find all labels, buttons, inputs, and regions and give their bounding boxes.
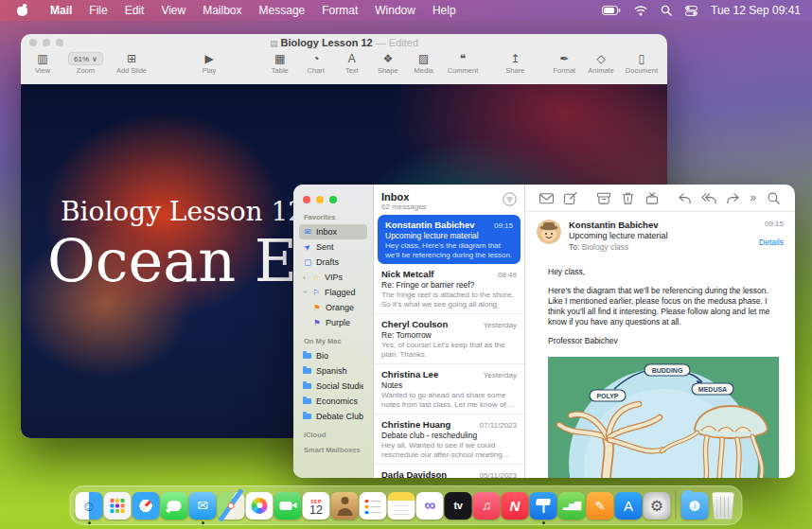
zoom-control[interactable]: 61%∨Zoom bbox=[68, 52, 103, 75]
dock-freeform-icon[interactable] bbox=[416, 492, 444, 520]
dock-reminders-icon[interactable] bbox=[360, 492, 387, 520]
menu-edit[interactable]: Edit bbox=[116, 4, 153, 17]
menu-file[interactable]: File bbox=[80, 4, 115, 17]
format-button[interactable]: ✒Format bbox=[552, 52, 576, 75]
sidebar-item-orange-flag[interactable]: ⚑Orange bbox=[299, 300, 367, 315]
archive-icon[interactable] bbox=[591, 188, 615, 207]
message-list-item[interactable]: Christine Huang07/11/2023 Debate club - … bbox=[374, 414, 524, 464]
message-list-item[interactable]: Cheryl CoulsonYesterday Re: Tomorrow Yes… bbox=[374, 313, 524, 363]
dock-keynote-icon[interactable] bbox=[530, 492, 557, 520]
chart-button[interactable]: ◔Chart bbox=[304, 52, 328, 75]
sidebar-item-sent[interactable]: ➤Sent bbox=[299, 239, 367, 255]
chevron-right-icon[interactable]: › bbox=[303, 273, 308, 282]
add-slide-button[interactable]: ⊞Add Slide bbox=[116, 52, 147, 75]
menu-clock[interactable]: Tue 12 Sep 09:41 bbox=[711, 4, 801, 17]
play-button[interactable]: ▶Play bbox=[197, 52, 221, 75]
menu-help[interactable]: Help bbox=[424, 4, 465, 17]
sidebar-folder-debate-club[interactable]: Debate Club bbox=[299, 409, 367, 424]
keynote-titlebar[interactable]: ▤Biology Lesson 12 — Edited bbox=[21, 34, 667, 50]
dock-finder-icon[interactable] bbox=[76, 492, 103, 520]
sidebar-folder-spanish[interactable]: Spanish bbox=[299, 363, 367, 379]
filter-icon[interactable] bbox=[503, 192, 517, 210]
reply-all-icon[interactable] bbox=[697, 188, 720, 207]
get-mail-icon[interactable] bbox=[535, 188, 558, 207]
sidebar-item-vips[interactable]: ›☆VIPs bbox=[299, 270, 367, 285]
search-icon[interactable] bbox=[762, 188, 786, 207]
message-sender: Christina Lee bbox=[381, 369, 478, 379]
mail-traffic-lights[interactable] bbox=[303, 196, 367, 203]
sidebar-folder-bio[interactable]: Bio bbox=[299, 348, 367, 363]
favorites-section-label: Favorites bbox=[304, 213, 367, 221]
message-time: Yesterday bbox=[484, 371, 517, 379]
dock-photos-icon[interactable] bbox=[246, 492, 274, 520]
media-button[interactable]: ▨Media bbox=[412, 52, 436, 75]
message-list-item[interactable]: Nick Metcalf08:49 Re: Fringe or barrier … bbox=[374, 264, 524, 313]
smart-mailboxes-section-label[interactable]: Smart Mailboxes bbox=[304, 446, 367, 454]
dock-facetime-icon[interactable] bbox=[274, 492, 302, 520]
menu-format[interactable]: Format bbox=[313, 4, 366, 17]
dock-news-icon[interactable] bbox=[502, 492, 529, 520]
inbox-icon: ✉ bbox=[303, 228, 312, 236]
shape-button[interactable]: ❖Shape bbox=[376, 52, 400, 75]
sidebar-item-purple-flag[interactable]: ⚑Purple bbox=[299, 315, 367, 330]
view-button[interactable]: ▥View bbox=[30, 52, 55, 75]
sidebar-item-inbox[interactable]: ✉Inbox bbox=[299, 224, 367, 239]
sidebar-item-flagged[interactable]: ›⚐Flagged bbox=[299, 285, 367, 300]
battery-icon[interactable] bbox=[602, 6, 621, 15]
menu-mailbox[interactable]: Mailbox bbox=[194, 4, 250, 17]
icloud-section-label[interactable]: iCloud bbox=[304, 431, 367, 439]
dock-settings-icon[interactable] bbox=[644, 492, 671, 520]
dock-tv-icon[interactable] bbox=[445, 492, 472, 520]
message-list-item[interactable]: Christina LeeYesterday Notes Wanted to g… bbox=[374, 363, 524, 414]
trash-icon[interactable] bbox=[616, 188, 640, 207]
message-reading-pane: » Konstantin Babichev Upcoming lecture m… bbox=[525, 185, 795, 478]
dock-maps-icon[interactable] bbox=[218, 492, 245, 520]
dock-pages-icon[interactable] bbox=[587, 492, 614, 520]
more-actions-icon[interactable]: » bbox=[745, 191, 762, 204]
sidebar-folder-economics[interactable]: Economics bbox=[299, 394, 367, 409]
dock-notes-icon[interactable] bbox=[388, 492, 415, 520]
message-time: 07/11/2023 bbox=[480, 421, 517, 430]
drafts-icon: ▢ bbox=[303, 258, 312, 266]
dock-downloads-icon[interactable] bbox=[681, 492, 709, 520]
dock-contacts-icon[interactable] bbox=[331, 492, 359, 520]
spotlight-icon[interactable] bbox=[661, 5, 672, 16]
wifi-icon[interactable] bbox=[634, 6, 647, 16]
compose-icon[interactable] bbox=[558, 188, 582, 207]
dock-trash-icon[interactable] bbox=[710, 492, 737, 520]
recipient-line: To: Biology class bbox=[569, 242, 751, 252]
chevron-down-icon[interactable]: › bbox=[301, 291, 309, 295]
menu-mail[interactable]: Mail bbox=[42, 4, 80, 17]
control-center-icon[interactable] bbox=[685, 6, 697, 16]
comment-button[interactable]: ❝Comment bbox=[448, 52, 479, 75]
sidebar-folder-social-studies[interactable]: Social Studies bbox=[299, 379, 367, 394]
menu-message[interactable]: Message bbox=[251, 4, 314, 17]
lifecycle-diagram[interactable]: POLYP BUDDING MEDUSA bbox=[548, 357, 779, 478]
text-button[interactable]: AText bbox=[340, 52, 364, 75]
dock-calendar-icon[interactable]: SEP12 bbox=[303, 492, 330, 520]
share-button[interactable]: ↥Share bbox=[503, 52, 527, 75]
dock-music-icon[interactable] bbox=[473, 492, 501, 520]
dock-safari-icon[interactable] bbox=[132, 492, 160, 520]
sender-name: Konstantin Babichev bbox=[569, 220, 751, 230]
reply-icon[interactable] bbox=[673, 188, 697, 207]
dock-launchpad-icon[interactable] bbox=[104, 492, 132, 520]
menu-view[interactable]: View bbox=[152, 4, 194, 17]
menu-window[interactable]: Window bbox=[366, 4, 424, 17]
dock-numbers-icon[interactable] bbox=[558, 492, 586, 520]
junk-icon[interactable] bbox=[640, 188, 663, 207]
dock-messages-icon[interactable] bbox=[161, 492, 188, 520]
avatar[interactable] bbox=[537, 220, 561, 244]
table-button[interactable]: ▦Table bbox=[268, 52, 292, 75]
forward-icon[interactable] bbox=[721, 188, 745, 207]
dock-appstore-icon[interactable] bbox=[615, 492, 643, 520]
message-list-item[interactable]: Konstantin Babichev09:15 Upcoming lectur… bbox=[378, 215, 521, 264]
apple-menu-icon[interactable] bbox=[17, 4, 28, 17]
message-subject: Re: Fringe or barrier reef? bbox=[381, 280, 517, 290]
dock-mail-icon[interactable] bbox=[189, 492, 217, 520]
document-button[interactable]: ▯Document bbox=[626, 52, 658, 75]
message-list-item[interactable]: Darla Davidson05/11/2023 Tomorrow's clas… bbox=[374, 464, 524, 478]
sidebar-item-drafts[interactable]: ▢Drafts bbox=[299, 255, 367, 270]
animate-button[interactable]: ◇Animate bbox=[588, 52, 614, 75]
details-link[interactable]: Details bbox=[759, 238, 784, 247]
